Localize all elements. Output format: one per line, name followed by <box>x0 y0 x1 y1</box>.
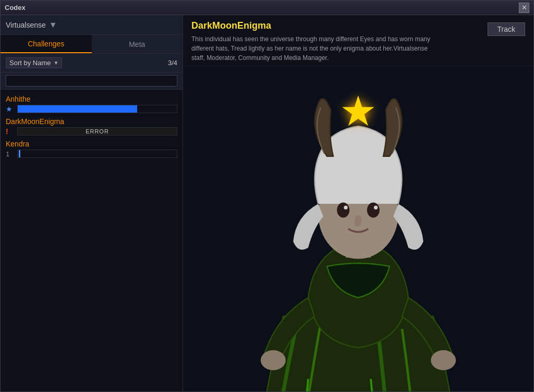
entry-name-anhithe[interactable]: Anhithe <box>6 95 177 103</box>
tabs-bar: Challenges Meta <box>1 35 183 54</box>
list-item: Kendra 1 <box>1 138 183 160</box>
tab-challenges[interactable]: Challenges <box>1 35 92 53</box>
character-area: ★ <box>183 66 533 391</box>
entry-name-darkmoon[interactable]: DarkMoonEnigma <box>6 117 177 126</box>
right-panel: DarkMoonEnigma This individual has seen … <box>183 15 533 391</box>
svg-point-1 <box>261 350 286 370</box>
entry-name-kendra[interactable]: Kendra <box>6 140 177 148</box>
list-item: DarkMoonEnigma ! ERROR <box>1 115 183 138</box>
svg-point-5 <box>337 203 349 218</box>
track-button[interactable]: Track <box>488 22 525 36</box>
detail-title: DarkMoonEnigma <box>191 20 479 31</box>
left-panel: Virtualsense ▼ Challenges Meta Sort by N… <box>1 15 183 391</box>
entry-bar-anhithe: ★ <box>6 105 177 113</box>
search-input[interactable] <box>6 75 177 87</box>
sort-arrow-icon: ▼ <box>53 60 58 66</box>
detail-header: DarkMoonEnigma This individual has seen … <box>183 15 533 66</box>
close-button[interactable]: ✕ <box>519 3 529 13</box>
list-item: Anhithe ★ <box>1 93 183 115</box>
error-bar-darkmoon: ERROR <box>17 127 177 136</box>
entry-list: Anhithe ★ DarkMoonEnigma ! ERROR <box>1 90 183 391</box>
window-title: Codex <box>5 4 26 11</box>
kendra-cursor <box>19 150 20 157</box>
username-label: Virtualsense <box>6 21 46 29</box>
kendra-progress-bar <box>17 150 177 158</box>
entry-count: 3/4 <box>168 59 177 67</box>
svg-point-7 <box>344 206 347 210</box>
tab-meta[interactable]: Meta <box>92 35 183 53</box>
detail-header-left: DarkMoonEnigma This individual has seen … <box>191 20 479 63</box>
sort-bar: Sort by Name ▼ 3/4 <box>1 54 183 72</box>
kendra-index: 1 <box>6 150 14 158</box>
svg-point-8 <box>374 206 378 210</box>
entry-bar-kendra: 1 <box>6 150 177 158</box>
user-dropdown-icon[interactable]: ▼ <box>49 20 57 30</box>
content-area: Virtualsense ▼ Challenges Meta Sort by N… <box>1 15 533 391</box>
detail-description: This individual has seen the universe th… <box>191 34 442 63</box>
svg-point-6 <box>367 203 380 218</box>
search-bar <box>1 72 183 90</box>
sort-dropdown[interactable]: Sort by Name ▼ <box>6 57 62 68</box>
main-window: Codex ✕ Virtualsense ▼ Challenges Meta <box>0 0 534 392</box>
progress-bar-anhithe <box>17 105 177 113</box>
sort-label: Sort by Name <box>9 59 51 67</box>
error-icon: ! <box>6 127 14 136</box>
star-icon: ★ <box>339 87 377 136</box>
star-icon: ★ <box>6 105 14 113</box>
user-bar: Virtualsense ▼ <box>1 15 183 35</box>
progress-fill-anhithe <box>18 105 137 113</box>
svg-point-2 <box>431 350 456 370</box>
title-bar: Codex ✕ <box>1 1 533 15</box>
entry-bar-darkmoon: ! ERROR <box>6 127 177 136</box>
